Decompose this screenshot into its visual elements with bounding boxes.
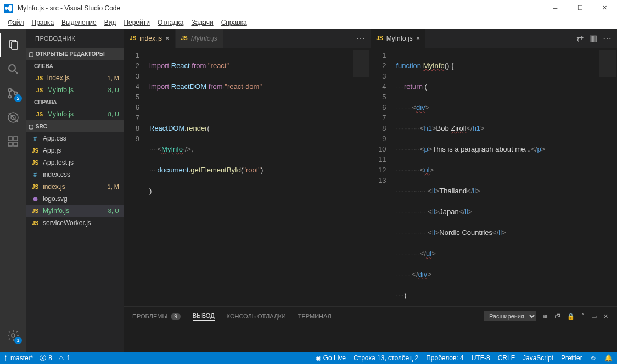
file-row[interactable]: JSindex.js1, M [26,72,124,84]
minimap[interactable] [598,48,617,306]
lock-scroll-icon[interactable]: 🔒 [567,313,575,320]
file-name: logo.svg [43,195,119,203]
file-row[interactable]: JSMyInfo.js8, U [26,205,124,217]
panel-tab-debug-console[interactable]: КОНСОЛЬ ОТЛАДКИ [227,313,286,320]
panel-tab-problems[interactable]: ПРОБЛЕМЫ9 [132,313,181,320]
svg-point-14 [12,334,15,337]
prettier[interactable]: Prettier [561,354,582,362]
menu-debug[interactable]: Отладка [154,18,187,27]
file-status: 1, M [108,75,119,81]
feedback-icon[interactable]: ☺ [590,354,597,362]
warning-icon: ⚠ [58,354,64,362]
open-editors-header[interactable]: ▢ ОТКРЫТЫЕ РЕДАКТОРЫ [26,48,124,60]
menu-view[interactable]: Вид [101,18,120,27]
git-branch[interactable]: ᚶmaster* [4,354,33,362]
maximize-button[interactable]: ☐ [568,0,592,16]
close-panel-icon[interactable]: ✕ [603,313,608,320]
sidebar-header: ПРОВОДНИК [26,29,124,48]
svg-point-4 [9,89,12,92]
file-row[interactable]: ⬣logo.svg [26,193,124,205]
file-icon: JS [35,87,44,93]
file-name: MyInfo.js [43,207,108,215]
panel-tab-terminal[interactable]: ТЕРМИНАЛ [298,313,332,320]
menu-edit[interactable]: Правка [29,18,58,27]
group-left-header[interactable]: СЛЕВА [26,60,124,72]
diff-icon[interactable]: ⇄ [576,33,584,43]
code-editor-right[interactable]: 1 2 3 4 5 6 7 8 9 10 11 12 13 function·M… [371,48,618,306]
workbench: 2 1 ПРОВОДНИК ▢ ОТКРЫТЫЕ РЕДАКТОРЫ СЛЕВА… [0,29,617,352]
js-icon: JS [377,35,383,41]
encoding[interactable]: UTF-8 [472,354,490,362]
settings-icon[interactable]: 1 [0,323,26,348]
close-button[interactable]: ✕ [592,0,617,16]
file-row[interactable]: #App.css [26,132,124,144]
file-row[interactable]: JSApp.js [26,144,124,156]
svg-rect-13 [14,142,18,146]
tab-myinfo-js-right[interactable]: JS MyInfo.js × [371,29,427,48]
group-right-header[interactable]: СПРАВА [26,96,124,108]
search-icon[interactable] [0,57,26,81]
titlebar: MyInfo.js - src - Visual Studio Code ─ ☐… [0,0,617,16]
error-icon: ⓧ [40,354,46,363]
minimize-button[interactable]: ─ [543,0,568,16]
output-channel-select[interactable]: Расширения [484,311,536,321]
maximize-panel-icon[interactable]: ˄ [581,313,585,320]
tabs-left: JS index.js × JS MyInfo.js ⋯ [124,29,371,48]
menu-tasks[interactable]: Задачи [188,18,216,27]
more-icon[interactable]: ⋯ [356,33,365,43]
code-content[interactable]: import·React·from·"react" import·ReactDO… [146,48,352,306]
activitybar: 2 1 [0,29,26,352]
file-status: 8, U [108,208,119,214]
open-log-icon[interactable]: 🗗 [554,313,560,320]
svg-point-2 [9,65,15,71]
debug-icon[interactable] [0,105,26,130]
sidebar: ПРОВОДНИК ▢ ОТКРЫТЫЕ РЕДАКТОРЫ СЛЕВА JSi… [26,29,124,352]
file-row[interactable]: JSMyInfo.js8, U [26,84,124,96]
split-icon[interactable]: ▥ [589,33,597,43]
svg-rect-12 [8,142,12,146]
errors-warnings[interactable]: ⓧ8 ⚠1 [40,354,70,363]
file-row[interactable]: JSindex.js1, M [26,181,124,193]
more-icon[interactable]: ⋯ [603,33,612,43]
scm-icon[interactable]: 2 [0,81,26,105]
tab-index-js[interactable]: JS index.js × [124,29,176,48]
svg-rect-10 [8,137,12,141]
clear-output-icon[interactable]: ≋ [543,313,548,320]
file-name: MyInfo.js [47,110,108,118]
file-icon: JS [31,160,40,166]
eol[interactable]: CRLF [498,354,515,362]
menu-help[interactable]: Справка [218,18,250,27]
menubar: Файл Правка Выделение Вид Перейти Отладк… [0,16,617,29]
extensions-icon[interactable] [0,130,26,154]
broadcast-icon: ◉ [316,354,321,362]
menu-go[interactable]: Перейти [120,18,153,27]
file-status: 8, U [108,87,119,93]
notifications-icon[interactable]: 🔔 [604,354,613,362]
toggle-panel-icon[interactable]: ▭ [591,313,597,320]
editor-group-left: JS index.js × JS MyInfo.js ⋯ 1 2 3 4 5 6… [124,29,371,306]
file-row[interactable]: JSMyInfo.js8, U [26,108,124,120]
cursor-position[interactable]: Строка 13, столбец 2 [354,354,418,362]
panel-tab-output[interactable]: ВЫВОД [193,312,215,321]
src-folder-header[interactable]: ▢ SRC [26,120,124,132]
file-name: App.test.js [43,159,119,166]
code-content[interactable]: function·MyInfo()·{ ····return·( ·······… [393,48,599,306]
tabs-right: JS MyInfo.js × ⇄ ▥ ⋯ [371,29,618,48]
indent[interactable]: Пробелов: 4 [426,354,464,362]
language-mode[interactable]: JavaScript [523,354,553,362]
go-live[interactable]: ◉Go Live [316,354,346,362]
file-name: index.js [47,74,108,82]
file-row[interactable]: #index.css [26,169,124,181]
svg-rect-11 [14,137,18,141]
tab-myinfo-js-left[interactable]: JS MyInfo.js [176,29,223,48]
close-icon[interactable]: × [416,34,420,42]
code-editor-left[interactable]: 1 2 3 4 5 6 7 8 9 import·React·from·"rea… [124,48,371,306]
menu-file[interactable]: Файл [4,18,27,27]
menu-selection[interactable]: Выделение [58,18,100,27]
minimap[interactable] [352,48,371,306]
svg-point-5 [9,96,12,98]
file-row[interactable]: JSserviceWorker.js [26,217,124,229]
explorer-icon[interactable] [0,33,26,57]
close-icon[interactable]: × [165,34,170,42]
file-row[interactable]: JSApp.test.js [26,156,124,169]
